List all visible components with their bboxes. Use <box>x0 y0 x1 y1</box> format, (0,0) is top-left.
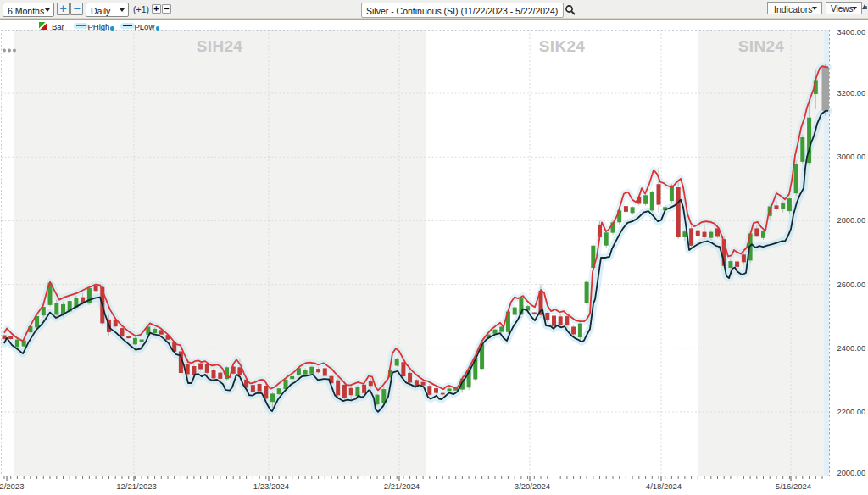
svg-text:2400.00: 2400.00 <box>837 344 866 353</box>
svg-text:SIK24: SIK24 <box>539 37 585 55</box>
svg-text:4/18/2024: 4/18/2024 <box>646 481 682 491</box>
svg-text:3400.00: 3400.00 <box>837 28 866 36</box>
svg-text:12/21/2023: 12/21/2023 <box>116 481 157 491</box>
svg-text:3200.00: 3200.00 <box>837 89 866 97</box>
svg-text:11/22/2023: 11/22/2023 <box>0 481 24 491</box>
svg-text:2800.00: 2800.00 <box>837 216 866 225</box>
svg-text:3/20/2024: 3/20/2024 <box>515 481 550 491</box>
svg-text:3000.00: 3000.00 <box>837 153 866 161</box>
svg-text:SIH24: SIH24 <box>197 37 242 55</box>
svg-text:2/21/2024: 2/21/2024 <box>384 481 420 491</box>
svg-text:2000.00: 2000.00 <box>837 469 866 477</box>
svg-text:2200.00: 2200.00 <box>837 408 866 416</box>
svg-text:SIN24: SIN24 <box>738 37 784 55</box>
svg-text:2600.00: 2600.00 <box>837 281 866 289</box>
svg-text:5/16/2024: 5/16/2024 <box>776 481 811 491</box>
svg-text:1/23/2024: 1/23/2024 <box>253 481 289 491</box>
